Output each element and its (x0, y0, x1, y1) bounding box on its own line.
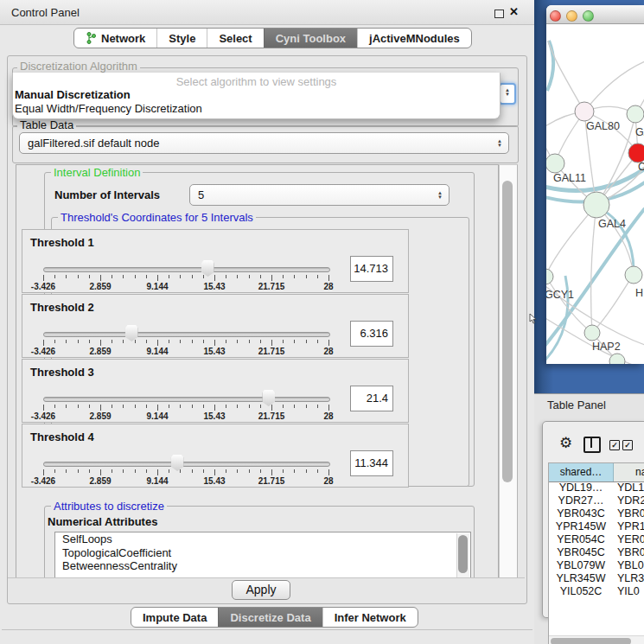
table-row[interactable]: YLR345WYLR3 (549, 572, 644, 585)
slider-tick-marks: -3.4262.8599.14415.4321.71528 (43, 275, 328, 290)
attribute-list-item[interactable]: TopologicalCoefficient (55, 546, 470, 560)
threshold-slider-track[interactable] (43, 397, 330, 402)
slider-tick-label: 15.43 (193, 476, 236, 486)
algorithm-combobox-spinner[interactable]: ▲▼ (499, 83, 516, 105)
gear-icon[interactable]: ⚙ (559, 436, 572, 450)
network-edge[interactable] (591, 205, 596, 333)
tab-discretize-data[interactable]: Discretize Data (218, 608, 322, 627)
table-row[interactable]: YPR145WYPR1 (549, 520, 644, 533)
slider-tick-label: 21.715 (250, 282, 293, 291)
threshold-slider-track[interactable] (43, 267, 330, 272)
table-cell: YBR045C (549, 546, 613, 559)
slider-tick-label: 28 (307, 347, 350, 356)
split-columns-icon[interactable] (583, 437, 601, 453)
numerical-attributes-list[interactable]: SelfLoopsTopologicalCoefficientBetweenne… (54, 532, 471, 579)
tab-impute-data[interactable]: Impute Data (131, 608, 218, 627)
table-data-combobox-value: galFiltered.sif default node (28, 137, 159, 150)
settings-scrollbar[interactable] (499, 164, 518, 579)
slider-tick-label: 21.715 (250, 411, 293, 421)
network-node[interactable] (625, 266, 642, 284)
list-scrollbar-thumb[interactable] (458, 535, 468, 573)
network-node[interactable] (584, 325, 600, 341)
threshold-value-field[interactable]: 14.713 (350, 256, 393, 282)
table-cell: YBL079W (549, 559, 613, 572)
number-of-intervals-combobox[interactable]: 5 ▲▼ (189, 184, 450, 206)
tab-label: Cyni Toolbox (276, 32, 346, 45)
threshold-value-field[interactable]: 11.344 (350, 450, 393, 476)
table-header-name[interactable]: na (614, 463, 644, 481)
network-node[interactable] (575, 102, 594, 121)
tab-style[interactable]: Style (156, 29, 207, 48)
algorithm-dropdown-popup: Select algorithm to view settings Manual… (12, 73, 501, 119)
threshold-label: Threshold 3 (30, 366, 94, 379)
algorithm-option[interactable]: Manual Discretization (13, 88, 500, 102)
float-window-icon[interactable] (494, 10, 504, 18)
checkbox-icon[interactable]: ✓ (609, 440, 620, 450)
list-scrollbar[interactable] (456, 533, 469, 578)
threshold-slider-track[interactable] (43, 332, 330, 337)
slider-tick-label: 9.144 (136, 476, 179, 486)
discretization-algorithm-title: Discretization Algorithm (17, 61, 140, 72)
minimize-traffic-light[interactable] (566, 10, 577, 22)
tab-infer-network[interactable]: Infer Network (322, 608, 418, 627)
table-row[interactable]: YIL052CYIL0 (549, 585, 644, 598)
slider-tick-label: 28 (307, 411, 350, 421)
tab-label: Infer Network (335, 611, 406, 624)
apply-button[interactable]: Apply (232, 580, 290, 600)
network-node-label: GCY1 (546, 289, 574, 301)
tab-cyni-toolbox[interactable]: Cyni Toolbox (264, 29, 357, 48)
slider-tick-label: 15.43 (193, 282, 236, 291)
table-header-shared-name[interactable]: shared… (549, 463, 614, 481)
zoom-traffic-light[interactable] (583, 10, 594, 22)
threshold-label: Threshold 2 (30, 301, 94, 314)
threshold-value-field[interactable]: 21.4 (350, 386, 393, 411)
network-node[interactable] (628, 143, 644, 163)
table-hscrollbar-thumb[interactable] (551, 638, 631, 644)
network-node[interactable] (627, 105, 644, 123)
network-node[interactable] (583, 192, 609, 218)
table-cell: YBR043C (549, 507, 613, 520)
table-row[interactable]: YBR043CYBR0 (549, 507, 644, 520)
network-edge[interactable] (584, 61, 644, 112)
table-horizontal-scrollbar[interactable] (549, 635, 644, 644)
table-cell: YPR145W (549, 520, 613, 533)
mouse-cursor (529, 314, 538, 324)
network-canvas[interactable]: GAL80GACGAL11GAL4GCY1HHAP2 (546, 23, 644, 364)
tab-network[interactable]: Network (74, 29, 156, 48)
threshold-slider-track[interactable] (43, 462, 330, 467)
tab-label: Impute Data (143, 611, 207, 624)
table-panel-window: ⚙ ✓ ✓ shared… na YDL19…YDL1YDR27…YDR2YBR… (542, 421, 644, 618)
attribute-list-item[interactable]: BetweennessCentrality (55, 559, 470, 573)
threshold-label: Threshold 1 (30, 236, 94, 249)
close-icon[interactable]: ✕ (509, 5, 519, 18)
close-traffic-light[interactable] (550, 10, 561, 22)
network-edge[interactable] (592, 274, 634, 333)
threshold-value-field[interactable]: 6.316 (350, 321, 393, 347)
network-node-label: GAL80 (586, 120, 620, 132)
network-node[interactable] (546, 154, 564, 173)
table-cell: YDL1 (613, 481, 644, 494)
network-window-titlebar (546, 5, 644, 24)
slider-tick-label: 28 (307, 476, 350, 486)
table-row[interactable]: YBL079WYBL0 (549, 559, 644, 572)
table-data-combobox[interactable]: galFiltered.sif default node ▲▼ (19, 132, 509, 154)
slider-tick-label: 2.859 (79, 411, 122, 421)
settings-scroll-viewport: Interval Definition Number of Intervals … (16, 164, 499, 579)
settings-scrollbar-thumb[interactable] (502, 181, 513, 482)
threshold-panel: Threshold 1 -3.4262.8599.14415.4321.7152… (22, 229, 409, 293)
tab-select[interactable]: Select (207, 29, 263, 48)
network-node[interactable] (546, 269, 553, 284)
number-of-intervals-value: 5 (198, 188, 204, 201)
table-row[interactable]: YDR27…YDR2 (549, 494, 644, 507)
attribute-list-item[interactable]: SelfLoops (55, 532, 470, 546)
table-row[interactable]: YER054CYER0 (549, 533, 644, 546)
bottom-tab-bar: Impute DataDiscretize DataInfer Network (131, 607, 418, 628)
algorithm-option[interactable]: Equal Width/Frequency Discretization (13, 102, 500, 116)
tab-label: Network (101, 32, 145, 45)
checkbox-icon[interactable]: ✓ (622, 440, 633, 450)
tab-jactivemnodules[interactable]: jActiveMNodules (357, 29, 471, 48)
table-cell: YDR27… (549, 494, 613, 507)
table-row[interactable]: YBR045CYBR0 (549, 546, 644, 559)
table-header-row: shared… na (549, 463, 644, 482)
table-row[interactable]: YDL19…YDL1 (549, 481, 644, 494)
